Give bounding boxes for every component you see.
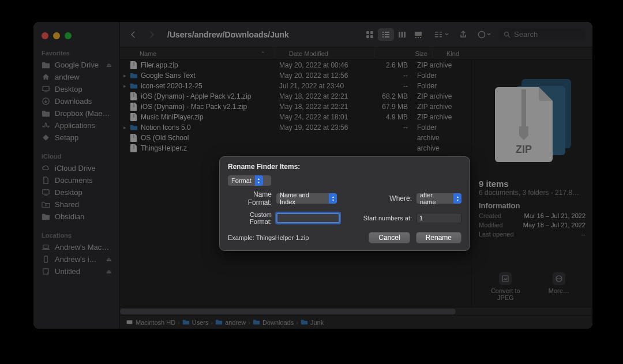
toolbar: /Users/andrew/Downloads/Junk — [120, 22, 592, 47]
tags-button[interactable] — [475, 31, 493, 39]
breadcrumb-item[interactable]: andrew — [215, 318, 246, 326]
share-button[interactable] — [457, 31, 470, 39]
where-dropdown[interactable]: after name ▴▾ — [416, 193, 461, 204]
file-row[interactable]: ThingsHelper.zarchive — [120, 143, 471, 153]
file-row[interactable]: ▸icon-set 2020-12-25Jul 21, 2022 at 23:4… — [120, 81, 471, 91]
cancel-button[interactable]: Cancel — [369, 232, 410, 243]
file-row[interactable]: Filer.app.zipMay 20, 2022 at 00:462.6 MB… — [120, 60, 471, 70]
file-name: icon-set 2020-12-25 — [141, 82, 275, 90]
rename-mode-dropdown[interactable]: Format ▴▾ — [228, 175, 271, 186]
icon-view-button[interactable] — [362, 28, 378, 41]
rename-button[interactable]: Rename — [416, 232, 461, 243]
sidebar-section-label: Favorites — [33, 47, 119, 59]
breadcrumb-label: andrew — [225, 319, 246, 326]
column-view-button[interactable] — [394, 28, 410, 41]
column-header-kind[interactable]: Kind — [442, 50, 494, 57]
breadcrumb-label: Junk — [310, 319, 324, 326]
svg-rect-42 — [133, 114, 134, 118]
disclosure-triangle-icon[interactable]: ▸ — [120, 83, 129, 89]
file-row[interactable]: Music MiniPlayer.zipMay 24, 2022 at 18:0… — [120, 112, 471, 122]
sidebar-item-label: andrew — [55, 73, 80, 81]
group-by-button[interactable] — [432, 31, 451, 39]
file-row[interactable]: iOS (Dynamo) - Apple Pack v2.1.zipMay 18… — [120, 91, 471, 102]
column-header-date[interactable]: Date Modified — [284, 50, 374, 57]
info-row: Last opened-- — [479, 231, 586, 238]
list-view-button[interactable] — [378, 28, 394, 41]
scrollbar-thumb[interactable] — [120, 309, 456, 314]
column-header-name[interactable]: Name ⌃ — [120, 50, 275, 57]
horizontal-scrollbar[interactable] — [120, 307, 592, 315]
breadcrumb-item[interactable]: Downloads — [253, 318, 294, 326]
svg-rect-8 — [43, 245, 48, 249]
quick-action[interactable]: Convert to JPEG — [488, 272, 523, 301]
sidebar-item-label: iCloud Drive — [55, 164, 96, 172]
breadcrumb-item[interactable]: Junk — [301, 318, 324, 326]
file-name: ThingsHelper.z — [141, 144, 275, 152]
sidebar-item[interactable]: Andrew's iP…⏏ — [33, 253, 119, 265]
eject-icon[interactable]: ⏏ — [106, 62, 111, 68]
zip-file-icon — [129, 102, 138, 111]
file-row[interactable]: ▸Notion Icons 5.0May 19, 2022 at 23:56--… — [120, 122, 471, 133]
svg-rect-47 — [521, 89, 526, 126]
minimize-window-button[interactable] — [53, 32, 60, 39]
search-input[interactable]: Search — [499, 28, 586, 40]
svg-rect-54 — [127, 320, 133, 324]
path-bar: Macintosh HD›Users›andrew›Downloads›Junk — [120, 315, 592, 329]
sidebar-item-label: Untitled — [55, 267, 80, 276]
back-button[interactable] — [127, 28, 140, 41]
file-size: 68.2 MB — [364, 92, 412, 100]
zoom-window-button[interactable] — [65, 32, 72, 39]
file-row[interactable]: iOS (Dynamo) - Mac Pack v2.1.zipMay 18, … — [120, 102, 471, 112]
sidebar-item[interactable]: Shared — [33, 198, 119, 211]
sidebar-item[interactable]: Untitled⏏ — [33, 265, 119, 277]
sidebar-item[interactable]: Setapp — [33, 132, 119, 144]
file-date: Jul 21, 2022 at 23:40 — [275, 82, 364, 90]
breadcrumb-item[interactable]: Users — [182, 318, 209, 326]
sidebar-item[interactable]: Google Drive⏏ — [33, 59, 119, 71]
info-value: May 18 – Jul 21, 2022 — [523, 222, 586, 228]
svg-rect-32 — [435, 36, 438, 37]
file-kind: ZIP archive — [412, 92, 464, 100]
eject-icon[interactable]: ⏏ — [106, 256, 111, 262]
sidebar-section-label: Locations — [33, 230, 119, 241]
sidebar-item[interactable]: Desktop — [33, 83, 119, 95]
column-header-size[interactable]: Size — [384, 50, 432, 57]
start-numbers-input[interactable] — [416, 213, 461, 223]
disclosure-triangle-icon[interactable]: ▸ — [120, 73, 129, 78]
sidebar-item-label: Obsidian — [55, 212, 84, 221]
sidebar-item[interactable]: Downloads — [33, 95, 119, 107]
path-title: /Users/andrew/Downloads/Junk — [167, 30, 289, 39]
apps-icon: A — [42, 121, 50, 130]
svg-rect-33 — [440, 32, 442, 33]
disclosure-triangle-icon[interactable]: ▸ — [120, 125, 129, 130]
close-window-button[interactable] — [42, 32, 48, 39]
gallery-view-button[interactable] — [410, 28, 426, 41]
file-row[interactable]: ▸Google Sans TextMay 20, 2022 at 12:56--… — [120, 70, 471, 81]
svg-rect-44 — [133, 145, 134, 149]
sidebar-item[interactable]: Desktop — [33, 186, 119, 198]
sidebar-item[interactable]: Obsidian — [33, 211, 119, 223]
eject-icon[interactable]: ⏏ — [106, 268, 111, 275]
sidebar-item[interactable]: andrew — [33, 71, 119, 83]
shared-icon — [42, 200, 50, 209]
sidebar-item[interactable]: Documents — [33, 174, 119, 186]
forward-button[interactable] — [145, 28, 158, 41]
file-row[interactable]: OS (Old Schoolarchive — [120, 133, 471, 143]
svg-point-36 — [479, 31, 485, 37]
sidebar-item[interactable]: Andrew's MacB… — [33, 241, 119, 253]
svg-rect-31 — [435, 34, 438, 35]
svg-rect-27 — [415, 37, 416, 38]
quick-action[interactable]: More… — [542, 272, 576, 301]
sidebar-item-label: Andrew's iP… — [55, 255, 102, 264]
sidebar-item-label: Shared — [55, 200, 79, 209]
sidebar-item[interactable]: AApplications — [33, 119, 119, 132]
custom-format-input[interactable] — [276, 213, 340, 223]
name-format-dropdown[interactable]: Name and Index ▴▾ — [276, 193, 337, 204]
file-size: 67.9 MB — [364, 103, 412, 111]
sidebar-item[interactable]: iCloud Drive — [33, 162, 119, 174]
sidebar-item-label: Andrew's MacB… — [55, 243, 111, 252]
folder-icon — [301, 318, 308, 326]
breadcrumb-item[interactable]: Macintosh HD — [126, 318, 175, 326]
svg-rect-40 — [133, 93, 134, 97]
sidebar-item[interactable]: Dropbox (Maes… — [33, 107, 119, 119]
